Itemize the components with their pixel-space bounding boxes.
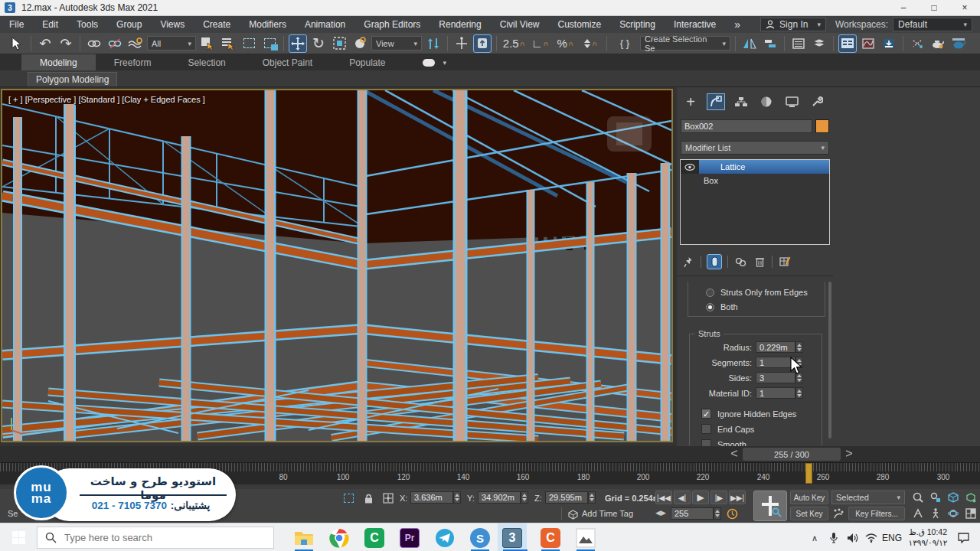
menu-views[interactable]: Views: [151, 16, 194, 33]
menu-modifiers[interactable]: Modifiers: [240, 16, 296, 33]
use-pivot-point-icon[interactable]: [424, 34, 443, 53]
end-caps-checkbox[interactable]: End Caps: [701, 424, 754, 434]
menu-graph-editors[interactable]: Graph Editors: [354, 16, 430, 33]
skype-icon[interactable]: S: [469, 527, 492, 549]
remove-modifier-trash-icon[interactable]: [753, 255, 766, 269]
next-frame-arrow[interactable]: >: [844, 448, 854, 460]
curve-editor-icon[interactable]: [859, 34, 877, 53]
menu-civil-view[interactable]: Civil View: [491, 16, 549, 33]
sign-in-button[interactable]: Sign In ▾: [760, 18, 826, 31]
object-name-field[interactable]: Box002: [681, 119, 812, 133]
ribbon-tab-modeling[interactable]: Modeling: [21, 54, 96, 70]
select-and-rotate-icon[interactable]: ↻: [309, 34, 328, 53]
walk-through-icon[interactable]: [929, 507, 942, 520]
set-keys-button[interactable]: [753, 491, 787, 521]
window-crossing-toggle-icon[interactable]: [260, 34, 279, 53]
rollout-scrollbar[interactable]: [828, 282, 831, 439]
prev-frame-arrow[interactable]: <: [729, 448, 740, 460]
mirror-icon[interactable]: [740, 34, 759, 53]
z-coord-field[interactable]: 29.595m: [545, 491, 588, 504]
zoom-extents-icon[interactable]: [946, 491, 960, 504]
previous-frame-button[interactable]: ◀|: [674, 491, 691, 504]
ribbon-tab-selection[interactable]: Selection: [169, 54, 243, 70]
render-production-icon[interactable]: [949, 34, 968, 53]
y-coord-field[interactable]: 34.902m: [478, 491, 521, 504]
language-indicator[interactable]: ENG: [882, 533, 902, 543]
menu-rendering[interactable]: Rendering: [430, 16, 490, 33]
taskbar-search[interactable]: [37, 527, 274, 549]
x-coord-field[interactable]: 3.636m: [410, 491, 453, 504]
zoom-icon[interactable]: [911, 491, 925, 504]
frame-spinner[interactable]: [714, 507, 721, 520]
workspace-dropdown[interactable]: Default ▾: [893, 18, 972, 31]
x-coord-spinner[interactable]: [453, 491, 461, 504]
restore-button[interactable]: □: [919, 0, 949, 16]
minimize-button[interactable]: –: [888, 0, 919, 16]
angle-snap-toggle-icon[interactable]: ∟∩: [528, 34, 551, 53]
snaps-toggle-25-icon[interactable]: 2.5∩: [501, 34, 526, 53]
menu-customize[interactable]: Customize: [549, 16, 611, 33]
select-object-cursor-icon[interactable]: [8, 34, 26, 53]
motion-tab-icon[interactable]: [757, 93, 776, 110]
zoom-all-icon[interactable]: [929, 491, 942, 504]
wifi-tray-icon[interactable]: [864, 530, 879, 546]
z-coord-spinner[interactable]: [588, 491, 596, 504]
named-selection-sets-dropdown[interactable]: Create Selection Se▾: [640, 36, 730, 51]
key-filters-button[interactable]: Key Filters...: [848, 507, 905, 520]
go-to-end-button[interactable]: ▶▶|: [729, 491, 746, 504]
premiere-icon[interactable]: Pr: [398, 527, 421, 549]
show-end-result-icon[interactable]: [707, 254, 722, 269]
time-configuration-icon[interactable]: [726, 507, 739, 520]
select-and-move-icon[interactable]: [289, 34, 307, 53]
unlink-selection-icon[interactable]: [106, 34, 124, 53]
reference-coordinate-dropdown[interactable]: View▾: [371, 36, 422, 51]
rectangular-selection-region-icon[interactable]: [240, 34, 258, 53]
make-unique-icon[interactable]: [733, 255, 747, 269]
both-radio[interactable]: Both: [706, 302, 738, 311]
ribbon-tab-populate[interactable]: Populate: [331, 54, 403, 70]
select-and-scale-icon[interactable]: [330, 34, 348, 53]
ribbon-tab-freeform[interactable]: Freeform: [96, 54, 170, 70]
hierarchy-tab-icon[interactable]: [732, 93, 750, 110]
menu-group[interactable]: Group: [107, 16, 151, 33]
menu-animation[interactable]: Animation: [296, 16, 354, 33]
menu-tools[interactable]: Tools: [67, 16, 107, 33]
telegram-icon[interactable]: [433, 527, 456, 549]
ribbon-minimize-toggle[interactable]: ▾: [404, 54, 466, 70]
snaps-toggle-icon[interactable]: [473, 34, 492, 53]
field-of-view-icon[interactable]: [911, 507, 925, 520]
smooth-checkbox[interactable]: Smooth: [701, 439, 746, 446]
menu-overflow-chevron[interactable]: »: [725, 16, 750, 33]
search-input[interactable]: [63, 531, 247, 544]
y-coord-spinner[interactable]: [521, 491, 528, 504]
render-setup-icon[interactable]: [929, 34, 947, 53]
viewport-label[interactable]: [ + ] [Perspective ] [Standard ] [Clay +…: [8, 95, 205, 104]
radius-spinner[interactable]: [795, 341, 803, 353]
selection-region-icon[interactable]: [341, 491, 355, 505]
key-default-in-out-dropdown[interactable]: Selected▾: [831, 491, 905, 504]
3ds-max-taskbar-icon[interactable]: 3: [501, 527, 524, 549]
polygon-modeling-panel-tab[interactable]: Polygon Modeling: [28, 72, 117, 86]
toggle-ribbon-icon[interactable]: [838, 34, 857, 53]
add-time-tag-label[interactable]: Add Time Tag: [582, 509, 633, 518]
ribbon-tab-object-paint[interactable]: Object Paint: [244, 54, 331, 70]
utilities-tab-icon[interactable]: [808, 93, 826, 110]
modifier-list-dropdown[interactable]: Modifier List ▾: [681, 141, 829, 155]
redo-icon[interactable]: ↷: [57, 34, 75, 53]
menu-edit[interactable]: Edit: [33, 16, 67, 33]
pin-stack-icon[interactable]: [681, 255, 695, 269]
photos-icon[interactable]: [574, 527, 597, 549]
set-key-button[interactable]: Set Key: [790, 507, 828, 520]
menu-scripting[interactable]: Scripting: [610, 16, 665, 33]
go-to-start-button[interactable]: |◀◀: [655, 491, 672, 504]
chrome-icon[interactable]: [328, 527, 351, 549]
material-id-spinner[interactable]: [795, 387, 803, 399]
selection-filter-dropdown[interactable]: All▾: [147, 36, 196, 51]
frame-stepper-icon[interactable]: ◀▶: [655, 509, 666, 517]
file-explorer-icon[interactable]: [292, 527, 315, 549]
menu-file[interactable]: File: [0, 16, 33, 33]
modify-tab-icon[interactable]: [707, 93, 725, 110]
microphone-tray-icon[interactable]: [827, 530, 841, 546]
close-button[interactable]: ×: [949, 0, 980, 16]
select-object-icon[interactable]: [198, 34, 217, 53]
